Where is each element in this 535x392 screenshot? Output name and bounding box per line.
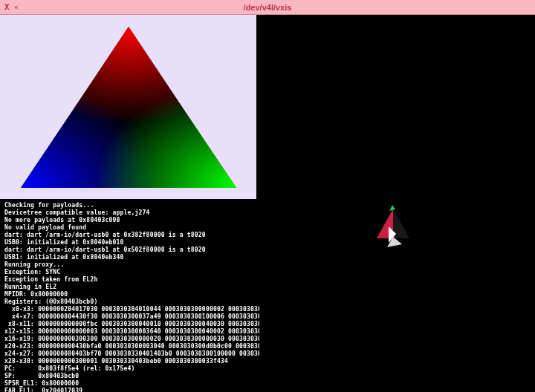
close-icon[interactable]: X <box>3 2 11 12</box>
console-line: SPSR_EL1: 0x80000000 <box>4 380 255 388</box>
console-line: FAR_EL1: 0x204017039 <box>4 388 255 392</box>
boot-console: Checking for payloads...Devicetree compa… <box>0 199 259 392</box>
console-line: x0-x3: 0000000204017030 0003030304010044… <box>4 306 255 313</box>
right-pane <box>259 15 535 392</box>
svg-marker-3 <box>21 27 236 188</box>
console-line: Running in EL2 <box>4 284 255 291</box>
console-line: Exception: SYNC <box>4 269 255 276</box>
console-line: x4-x7: 0000000804430f30 0003030300037a49… <box>4 313 255 321</box>
rgb-triangle-icon <box>10 21 247 193</box>
chevron-up-icon[interactable]: « <box>14 3 19 11</box>
console-line: Checking for payloads... <box>4 202 255 209</box>
console-line: dart: dart /arm-io/dart-usb0 at 0x382f80… <box>4 232 255 239</box>
svg-marker-6 <box>389 205 395 211</box>
console-line: USB1: initialized at 0x8040eb340 <box>4 254 255 261</box>
console-line: No valid payload found <box>4 224 255 232</box>
console-line: USB0: initialized at 0x8040eb010 <box>4 239 255 246</box>
console-line: x28-x30: 0000000000300001 003030330403be… <box>4 358 255 365</box>
left-pane: Checking for payloads...Devicetree compa… <box>0 15 259 392</box>
console-line: x24-x27: 0000000080403bf70 0003030330401… <box>4 350 255 358</box>
asahi-logo-icon <box>371 204 415 249</box>
window-title: /dev/v4l/vxis <box>244 3 292 12</box>
console-line: PC: 0x803f8f5e4 (rel: 0x175e4) <box>4 365 255 373</box>
console-line: Running proxy... <box>4 261 255 269</box>
console-line: dart: dart /arm-io/dart-usb1 at 0x502f80… <box>4 246 255 254</box>
console-line: Exception taken from EL2h <box>4 276 255 284</box>
content-area: Checking for payloads...Devicetree compa… <box>0 15 535 392</box>
console-line: Devicetree compatible value: apple,j274 <box>4 209 255 217</box>
console-line: x16-x19: 0000000000300300 00030303000000… <box>4 336 255 343</box>
console-line: MPIDR: 0x80000000 <box>4 291 255 298</box>
console-line: x12-x15: 0000000000000003 00030303000036… <box>4 328 255 336</box>
rgb-triangle-viewport <box>0 15 256 199</box>
window-titlebar: X « /dev/v4l/vxis <box>0 0 535 15</box>
console-line: Registers: (@0x80403bcb0) <box>4 298 255 306</box>
console-line: No more payloads at 0x80403c090 <box>4 217 255 224</box>
console-line: x8-x11: 0000000000000fbc 000303030004001… <box>4 321 255 328</box>
console-line: SP: 0x80403bcb0 <box>4 373 255 380</box>
console-line: x20-x23: 0000000000430bfa0 0003030300003… <box>4 343 255 350</box>
